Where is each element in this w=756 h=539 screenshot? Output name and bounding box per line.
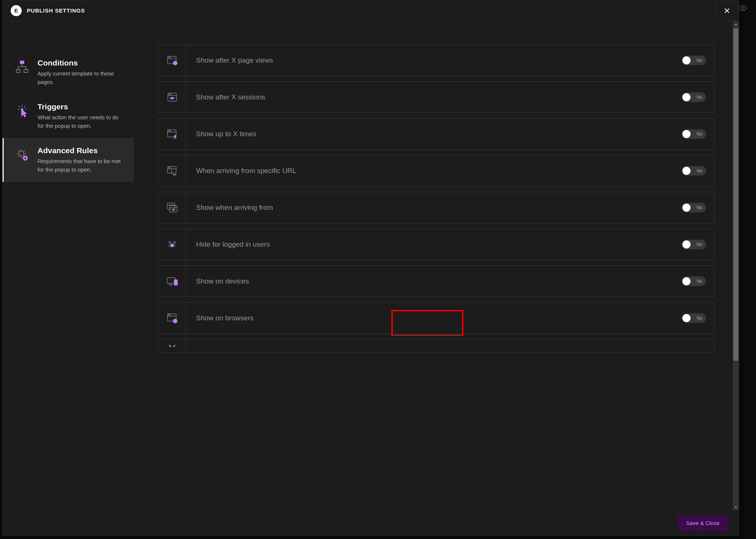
svg-point-0: [742, 7, 744, 9]
modal-body: Conditions Apply current template to the…: [3, 21, 739, 510]
modal-header: E PUBLISH SETTINGS: [3, 0, 739, 21]
browser-count-icon: 3: [159, 45, 186, 76]
svg-point-49: [173, 345, 175, 347]
toggle-knob: [682, 56, 691, 64]
sidebar-item-title: Triggers: [38, 102, 125, 111]
sidebar-item-desc: Requirements that have to be met for the…: [38, 157, 125, 174]
rules-scroll[interactable]: 3 Show after X page views No Show afte: [134, 21, 739, 510]
toggle-page-views[interactable]: No: [682, 56, 706, 65]
toggle-devices[interactable]: No: [682, 276, 706, 286]
svg-rect-3: [20, 61, 24, 64]
rule-row-specific-url[interactable]: When arriving from specific URL No: [158, 155, 714, 187]
rule-label: Show on browsers: [186, 303, 682, 334]
sidebar-texts: Triggers What action the user needs to d…: [38, 102, 125, 130]
save-close-button[interactable]: Save & Close: [677, 515, 728, 531]
rule-label: Show after X sessions: [186, 82, 682, 113]
click-icon: [14, 102, 30, 119]
sidebar: Conditions Apply current template to the…: [3, 21, 134, 510]
rule-row-sessions[interactable]: Show after X sessions No: [158, 81, 714, 113]
elementor-logo-icon: E: [11, 5, 22, 16]
toggle-label: No: [697, 242, 702, 247]
sidebar-item-advanced-rules[interactable]: Advanced Rules Requirements that have to…: [3, 138, 134, 182]
svg-point-46: [170, 315, 170, 316]
browser-link-icon: [159, 155, 186, 186]
scroll-up-arrow-icon[interactable]: ▴: [733, 21, 739, 27]
svg-point-23: [170, 131, 170, 131]
toggle-label: No: [697, 168, 702, 173]
svg-text:3: 3: [174, 62, 176, 64]
browser-arrow-icon: [159, 192, 186, 223]
toggle-sessions[interactable]: No: [682, 92, 706, 102]
users-x-icon: [159, 229, 186, 260]
rule-label: [186, 339, 714, 353]
svg-point-7: [19, 151, 24, 156]
sidebar-item-desc: What action the user needs to do for the…: [38, 113, 125, 130]
toggle-knob: [682, 277, 691, 285]
close-icon: [723, 7, 731, 14]
header-right: [716, 5, 731, 16]
main-panel: 3 Show after X page views No Show afte: [134, 21, 739, 510]
logo-letter: E: [14, 7, 18, 14]
svg-point-29: [170, 168, 170, 168]
svg-point-22: [168, 131, 169, 131]
svg-point-17: [169, 94, 170, 95]
browser-check-icon: [159, 303, 186, 334]
preview-eye-icon: [738, 4, 747, 13]
svg-point-28: [168, 168, 169, 168]
toggle-label: No: [697, 95, 702, 100]
partial-icon: [159, 339, 186, 353]
svg-rect-4: [16, 70, 20, 73]
rule-label: Show on devices: [186, 266, 682, 297]
svg-point-48: [169, 345, 171, 347]
vertical-scrollbar[interactable]: ▴ ▾: [733, 21, 739, 510]
publish-settings-modal: E PUBLISH SETTINGS: [2, 0, 739, 536]
browser-user-icon: [159, 119, 186, 149]
toggle-knob: [682, 93, 691, 101]
sidebar-item-triggers[interactable]: Triggers What action the user needs to d…: [3, 94, 134, 138]
browser-eye-icon: [159, 82, 186, 113]
rule-row-page-views[interactable]: 3 Show after X page views No: [158, 45, 714, 76]
toggle-knob: [682, 130, 691, 138]
scroll-down-arrow-icon[interactable]: ▾: [733, 504, 739, 510]
toggle-knob: [682, 314, 691, 322]
sidebar-item-title: Advanced Rules: [38, 146, 125, 155]
svg-point-11: [168, 57, 169, 58]
rule-row-arriving-from[interactable]: Show when arriving from No: [158, 192, 714, 223]
sidebar-texts: Advanced Rules Requirements that have to…: [38, 146, 125, 174]
rule-row-up-to-times[interactable]: Show up to X times No: [158, 118, 714, 150]
scrollbar-thumb[interactable]: [733, 28, 738, 361]
toggle-specific-url[interactable]: No: [682, 166, 706, 176]
svg-point-6: [21, 109, 23, 110]
toggle-knob: [682, 204, 691, 212]
rule-row-logged-in[interactable]: Hide for logged in users No: [158, 229, 714, 260]
svg-point-19: [171, 98, 173, 99]
svg-point-42: [175, 284, 176, 285]
toggle-up-to-times[interactable]: No: [682, 129, 706, 139]
rule-row-partial[interactable]: [158, 339, 714, 353]
toggle-label: No: [697, 205, 702, 210]
sidebar-item-desc: Apply current template to these pages.: [38, 70, 125, 86]
header-left: E PUBLISH SETTINGS: [11, 5, 85, 16]
rule-label: Show up to X times: [186, 119, 682, 149]
rule-row-devices[interactable]: Show on devices No: [158, 265, 714, 297]
sidebar-texts: Conditions Apply current template to the…: [38, 59, 125, 86]
rule-label: Show after X page views: [186, 45, 682, 76]
toggle-knob: [682, 167, 691, 175]
gear-star-icon: [14, 146, 30, 162]
devices-icon: [159, 266, 186, 297]
header-divider: [716, 5, 716, 16]
toggle-browsers[interactable]: No: [682, 313, 706, 323]
toggle-label: No: [697, 316, 702, 321]
svg-point-35: [169, 242, 171, 243]
svg-point-18: [170, 94, 171, 95]
sidebar-item-title: Conditions: [38, 59, 125, 67]
toggle-label: No: [697, 279, 702, 284]
rule-row-browsers[interactable]: Show on browsers No: [158, 302, 714, 334]
toggle-arriving-from[interactable]: No: [682, 203, 706, 212]
sidebar-item-conditions[interactable]: Conditions Apply current template to the…: [3, 50, 134, 94]
toggle-logged-in[interactable]: No: [682, 240, 706, 249]
rule-label: Hide for logged in users: [186, 229, 682, 260]
modal-title: PUBLISH SETTINGS: [27, 7, 85, 14]
svg-point-36: [173, 242, 175, 243]
close-button[interactable]: [723, 6, 731, 15]
